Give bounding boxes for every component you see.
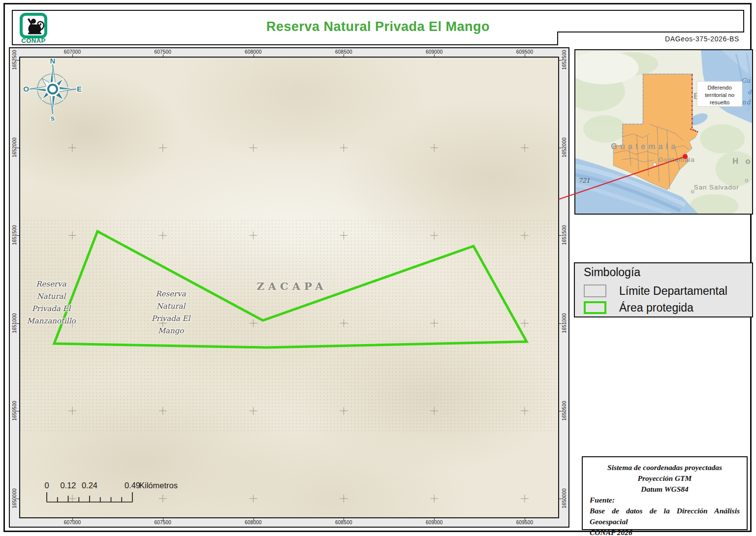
axis-tick-label: 1650500	[562, 396, 567, 425]
map-canvas: N E s O Reserva Natural Privada El Manza…	[19, 57, 559, 518]
axis-tick-label: 1652500	[562, 45, 567, 75]
compass-o-label: O	[23, 85, 29, 93]
department-label-zacapa: ZACAPA	[243, 280, 341, 292]
place-label-mango: Reserva Natural Privada El Mango	[134, 288, 208, 337]
axis-tickmark	[253, 54, 254, 57]
axis-tickmark	[72, 54, 73, 57]
compass-e-label: E	[77, 85, 82, 93]
scale-bar-ruler	[47, 492, 132, 502]
coord-system-line: Sistema de coordenadas proyectadas	[590, 462, 740, 473]
axis-tickmark	[17, 60, 19, 61]
axis-tick-label: 1651000	[12, 308, 17, 338]
scale-bar-unit-label: Kilómetros	[139, 481, 178, 490]
axis-tick-label: 1652000	[562, 133, 567, 162]
axis-tickmark	[559, 148, 562, 148]
source-line-1b: CONAP 2026	[590, 527, 740, 536]
axis-tickmark	[17, 148, 19, 148]
departmental-boundary-swatch	[584, 284, 606, 297]
axis-tickmark	[344, 518, 344, 521]
svg-text:Diferendo: Diferendo	[707, 85, 731, 91]
country-label-honduras-fragment: H o	[732, 157, 752, 165]
axis-tick-label: 1650500	[12, 396, 17, 425]
axis-tickmark	[559, 235, 562, 236]
axis-tickmark	[17, 323, 19, 324]
compass-n-label: N	[50, 58, 56, 65]
source-line-1a: Base de datos de la Dirección Análisis G…	[590, 505, 740, 527]
doc-code: DAGeos-375-2026-BS	[665, 35, 739, 43]
fuente-label: Fuente:	[590, 495, 740, 505]
axis-tick-label: 1652500	[12, 45, 17, 75]
axis-tickmark	[17, 411, 19, 411]
axis-tickmark	[344, 54, 344, 57]
axis-tickmark	[163, 54, 163, 57]
axis-tickmark	[559, 499, 562, 499]
axis-tick-label: 1651500	[562, 221, 567, 250]
axis-tick-label: 1651000	[562, 308, 567, 338]
scale-bar-tick-label: 0.12	[60, 481, 76, 490]
axis-tickmark	[559, 411, 562, 411]
scale-bar-tick-label: 0	[44, 481, 49, 490]
sea-label-fragment-1: Gu	[741, 77, 751, 84]
axis-tickmark	[559, 60, 562, 61]
scale-bar-tick-label: 0.49	[125, 481, 140, 490]
territorial-note-box: Diferendo territorial no resuelto	[697, 81, 742, 106]
map-frame: N E s O Reserva Natural Privada El Manza…	[9, 47, 569, 528]
city-label-guatemala: Guatemala	[659, 156, 695, 163]
protected-area-swatch	[584, 301, 606, 314]
axis-tickmark	[253, 518, 254, 521]
datum-line: Datum WGS84	[590, 484, 740, 495]
guatemala-city-marker	[653, 163, 657, 166]
compass-s-label: s	[51, 114, 55, 122]
legend-item-protected: Área protegida	[584, 300, 693, 315]
inset-map-svg: Guatemala B Guatemala San Salvador H o 7…	[575, 50, 752, 214]
source-info-box: Sistema de coordenadas proyectadas Proye…	[582, 456, 748, 530]
projection-line: Proyección GTM	[590, 473, 740, 484]
axis-tickmark	[525, 54, 525, 57]
route-label-721: 721	[578, 177, 590, 184]
country-label-guatemala: Guatemala	[611, 142, 678, 151]
axis-tickmark	[525, 518, 525, 521]
legend-item-departmental: Límite Departamental	[584, 284, 727, 298]
scale-bar: 00.120.240.49Kilómetros	[35, 473, 197, 509]
legend-title: Simbología	[584, 266, 640, 279]
legend-box: Simbología Límite Departamental Área pro…	[574, 262, 753, 317]
axis-tickmark	[559, 323, 562, 324]
axis-tickmark	[72, 518, 73, 521]
axis-tickmark	[17, 499, 19, 499]
axis-tickmark	[163, 518, 163, 521]
svg-text:territorial no: territorial no	[705, 92, 734, 98]
scale-bar-tick-label: 0.24	[82, 481, 97, 490]
axis-tick-label: 1650000	[562, 484, 567, 513]
inset-locator-map: Guatemala B Guatemala San Salvador H o 7…	[574, 49, 753, 215]
doc-code-cell: DAGeos-375-2026-BS	[557, 32, 744, 45]
axis-tickmark	[434, 518, 435, 521]
axis-tickmark	[434, 54, 435, 57]
header-bar: CONAP Reserva Natural Privada El Mango D…	[12, 10, 744, 45]
axis-tick-label: 1651500	[12, 221, 17, 250]
axis-tick-label: 1652000	[12, 133, 17, 162]
axis-tick-label: 1650000	[12, 484, 17, 513]
city-label-san-salvador: San Salvador	[694, 184, 739, 191]
svg-text:resuelto: resuelto	[710, 99, 729, 105]
place-label-manzanotillo: Reserva Natural Privada El Manzanotillo	[19, 278, 88, 327]
compass-rose-icon: N E s O	[23, 58, 82, 123]
map-document-page: CONAP Reserva Natural Privada El Mango D…	[0, 0, 756, 536]
axis-tickmark	[17, 235, 19, 236]
